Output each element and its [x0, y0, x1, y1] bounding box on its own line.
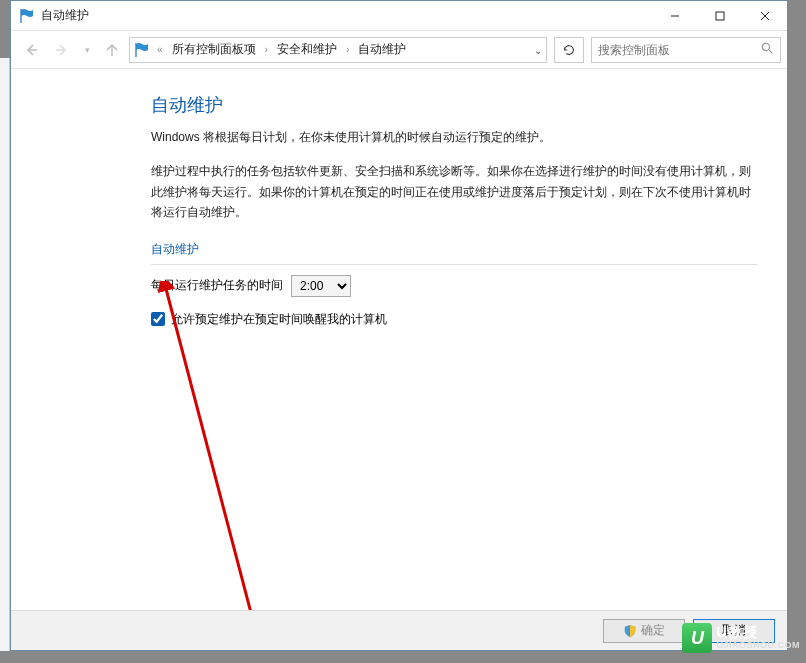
minimize-button[interactable]	[652, 1, 697, 30]
forward-button[interactable]	[48, 36, 76, 64]
close-button[interactable]	[742, 1, 787, 30]
navbar: ▾ « 所有控制面板项 › 安全和维护 › 自动维护 ⌄	[11, 31, 787, 69]
search-icon[interactable]	[761, 42, 774, 58]
chevron-right-icon: ›	[344, 44, 351, 55]
window: 自动维护 ▾ «	[10, 0, 788, 651]
divider	[151, 264, 757, 265]
ok-button[interactable]: 确定	[603, 619, 685, 643]
watermark-logo: U	[682, 623, 712, 653]
window-buttons	[652, 1, 787, 30]
breadcrumb-item[interactable]: 安全和维护	[273, 39, 341, 60]
svg-rect-0	[716, 12, 724, 20]
page-description-2: 维护过程中执行的任务包括软件更新、安全扫描和系统诊断等。如果你在选择进行维护的时…	[151, 161, 757, 222]
recent-dropdown[interactable]: ▾	[79, 36, 95, 64]
content-area: 自动维护 Windows 将根据每日计划，在你未使用计算机的时候自动运行预定的维…	[11, 69, 787, 610]
page-heading: 自动维护	[151, 93, 757, 117]
breadcrumb-item[interactable]: 所有控制面板项	[168, 39, 260, 60]
flag-icon	[19, 8, 35, 24]
back-button[interactable]	[17, 36, 45, 64]
watermark-text: U教授	[716, 625, 800, 640]
watermark: U U教授 UJIAOSHOU.COM	[676, 621, 806, 655]
search-box[interactable]	[591, 37, 781, 63]
time-label: 每日运行维护任务的时间	[151, 277, 283, 294]
svg-point-1	[762, 43, 769, 50]
footer: 确定 取消	[11, 610, 787, 650]
maximize-button[interactable]	[697, 1, 742, 30]
time-select[interactable]: 2:00	[291, 275, 351, 297]
breadcrumb-sep: «	[155, 44, 165, 55]
breadcrumb[interactable]: « 所有控制面板项 › 安全和维护 › 自动维护 ⌄	[129, 37, 547, 63]
search-input[interactable]	[598, 43, 774, 57]
time-row: 每日运行维护任务的时间 2:00	[151, 275, 757, 297]
up-button[interactable]	[98, 36, 126, 64]
chevron-down-icon[interactable]: ⌄	[534, 44, 542, 55]
refresh-button[interactable]	[554, 37, 584, 63]
watermark-url: UJIAOSHOU.COM	[716, 641, 800, 651]
page-description-1: Windows 将根据每日计划，在你未使用计算机的时候自动运行预定的维护。	[151, 127, 757, 147]
titlebar: 自动维护	[11, 1, 787, 31]
chevron-right-icon: ›	[263, 44, 270, 55]
breadcrumb-item[interactable]: 自动维护	[354, 39, 410, 60]
wake-checkbox[interactable]	[151, 312, 165, 326]
checkbox-label: 允许预定维护在预定时间唤醒我的计算机	[171, 311, 387, 328]
section-label: 自动维护	[151, 241, 757, 258]
ok-button-label: 确定	[641, 622, 665, 639]
shield-icon	[623, 624, 637, 638]
checkbox-row: 允许预定维护在预定时间唤醒我的计算机	[151, 311, 757, 328]
window-title: 自动维护	[41, 7, 89, 24]
svg-line-2	[165, 285, 261, 610]
annotation-arrow	[151, 281, 271, 610]
flag-icon	[134, 42, 150, 58]
background-left-edge	[0, 58, 10, 651]
